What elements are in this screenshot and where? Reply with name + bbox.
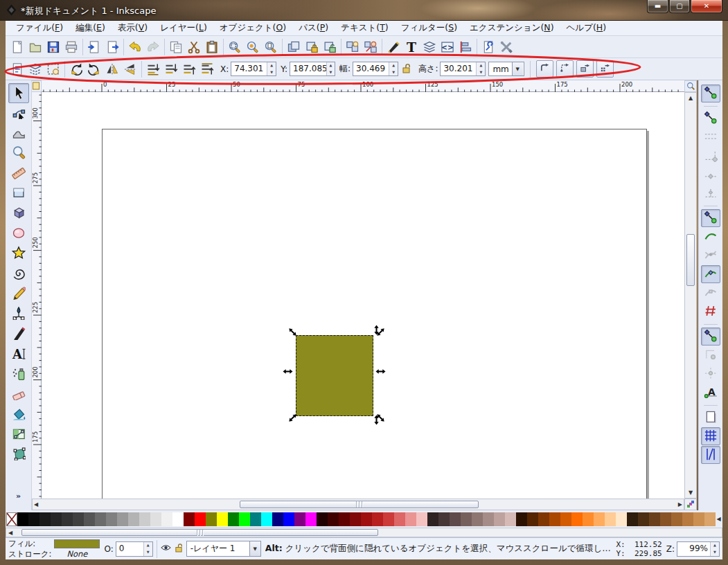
snap-others-button[interactable]: [701, 328, 720, 346]
y-spinner[interactable]: ▲▼: [326, 62, 335, 75]
height-input[interactable]: 30.201 ▲▼: [440, 62, 486, 76]
select-all-layers-button[interactable]: [26, 60, 44, 78]
clone-button[interactable]: [303, 38, 321, 56]
move-corners-toggle[interactable]: [556, 60, 574, 78]
move-stroke-toggle[interactable]: [536, 60, 553, 78]
rotate-ccw-button[interactable]: [67, 60, 85, 78]
paste-button[interactable]: [203, 38, 221, 56]
bezier-tool[interactable]: [8, 304, 29, 324]
layer-visibility-toggle[interactable]: [161, 544, 171, 554]
width-input[interactable]: 30.469 ▲▼: [353, 62, 398, 76]
palette-swatch-13[interactable]: [161, 512, 172, 526]
palette-swatch-7[interactable]: [95, 512, 106, 526]
snap-bbox-edge-midpoints-button[interactable]: [701, 165, 720, 183]
selector-tool[interactable]: [8, 83, 29, 103]
selection-handle-w[interactable]: [283, 366, 293, 377]
palette-swatch-28[interactable]: [328, 512, 339, 526]
snap-page-border-button[interactable]: [701, 409, 720, 427]
menu-layer[interactable]: レイヤー(L): [154, 21, 213, 35]
palette-swatch-39[interactable]: [450, 512, 461, 526]
palette-swatch-47[interactable]: [538, 512, 549, 526]
close-button[interactable]: ✕: [691, 0, 722, 13]
palette-swatch-58[interactable]: [660, 512, 671, 526]
palette-overflow-arrow-icon[interactable]: ◀: [716, 516, 722, 522]
palette-swatch-46[interactable]: [527, 512, 538, 526]
import-button[interactable]: [85, 38, 103, 56]
palette-swatch-42[interactable]: [483, 512, 494, 526]
palette-swatch-9[interactable]: [117, 512, 128, 526]
open-button[interactable]: [26, 38, 44, 56]
snap-bbox-button[interactable]: [701, 109, 720, 127]
zoom-spinner[interactable]: ▲▼: [710, 542, 719, 556]
text-dialog-button[interactable]: T: [402, 38, 420, 56]
palette-swatch-20[interactable]: [239, 512, 250, 526]
box3d-tool[interactable]: [8, 204, 29, 224]
snap-smooth-nodes-button[interactable]: [701, 284, 720, 302]
palette-swatch-19[interactable]: [228, 512, 239, 526]
palette-swatch-3[interactable]: [51, 512, 62, 526]
horizontal-ruler[interactable]: 0255075100125150175200: [42, 80, 684, 92]
menu-help[interactable]: ヘルプ(H): [560, 21, 613, 35]
snap-grid-button[interactable]: [701, 427, 720, 445]
palette-swatch-52[interactable]: [594, 512, 605, 526]
lock-open-icon[interactable]: [402, 63, 411, 75]
spray-tool[interactable]: [8, 364, 29, 384]
sticky-zoom-button[interactable]: [684, 80, 697, 92]
layer-select[interactable]: -レイヤー 1 ▼: [186, 541, 261, 557]
fill-color-swatch[interactable]: [54, 539, 100, 548]
palette-swatch-34[interactable]: [394, 512, 405, 526]
spiral-tool[interactable]: [8, 264, 29, 284]
mesh-gradient-tool[interactable]: [8, 445, 29, 465]
layer-lock-toggle[interactable]: [175, 543, 183, 555]
snap-rotation-centers-button[interactable]: [701, 365, 720, 383]
y-input[interactable]: 187.085 ▲▼: [290, 62, 335, 76]
palette-swatch-12[interactable]: [150, 512, 161, 526]
deselect-button[interactable]: [44, 60, 62, 78]
scroll-right-icon[interactable]: ▶: [678, 499, 682, 510]
palette-swatch-54[interactable]: [616, 512, 627, 526]
xml-editor-button[interactable]: <>: [438, 38, 456, 56]
menu-text[interactable]: テキスト(T): [335, 21, 395, 35]
palette-swatch-57[interactable]: [649, 512, 660, 526]
lower-to-bottom-button[interactable]: [144, 60, 162, 78]
unit-dropdown-icon[interactable]: ▼: [512, 62, 523, 75]
palette-swatch-6[interactable]: [84, 512, 95, 526]
lower-button[interactable]: [162, 60, 180, 78]
snap-object-centers-button[interactable]: [701, 346, 720, 364]
zoom-input[interactable]: 99% ▲▼: [677, 541, 720, 557]
palette-swatch-5[interactable]: [73, 512, 84, 526]
x-spinner[interactable]: ▲▼: [267, 62, 276, 75]
palette-swatch-44[interactable]: [505, 512, 516, 526]
export-button[interactable]: [103, 38, 121, 56]
vertical-scrollbar[interactable]: ▲ ▼: [684, 92, 697, 499]
palette-scrollbar-thumb[interactable]: [21, 529, 378, 536]
layers-button[interactable]: [420, 38, 438, 56]
palette-swatch-61[interactable]: [693, 512, 704, 526]
palette-swatch-56[interactable]: [638, 512, 649, 526]
menu-filters[interactable]: フィルター(S): [395, 21, 463, 35]
zoom-page-button[interactable]: [262, 38, 280, 56]
palette-swatch-53[interactable]: [605, 512, 616, 526]
node-tool[interactable]: [8, 103, 29, 123]
rectangle-tool[interactable]: [8, 183, 29, 204]
palette-swatch-50[interactable]: [571, 512, 583, 526]
palette-swatch-31[interactable]: [361, 512, 372, 526]
calligraphy-tool[interactable]: [8, 324, 29, 344]
measure-tool[interactable]: [8, 163, 29, 183]
selection-handle-se[interactable]: [375, 413, 386, 423]
palette-swatch-45[interactable]: [516, 512, 527, 526]
star-tool[interactable]: [8, 244, 29, 264]
snap-guides-button[interactable]: [701, 446, 720, 464]
duplicate-button[interactable]: [285, 38, 303, 56]
selected-object[interactable]: [296, 335, 373, 416]
palette-swatch-11[interactable]: [139, 512, 150, 526]
ungroup-button[interactable]: [362, 38, 380, 56]
palette-swatch-62[interactable]: [704, 512, 716, 526]
group-button[interactable]: [344, 38, 362, 56]
preferences-button[interactable]: [497, 38, 515, 56]
palette-swatch-14[interactable]: [172, 512, 184, 526]
menu-file[interactable]: ファイル(F): [10, 21, 69, 35]
text-tool[interactable]: A: [8, 344, 29, 364]
palette-swatch-35[interactable]: [405, 512, 416, 526]
snap-nodes-button[interactable]: [701, 209, 720, 227]
